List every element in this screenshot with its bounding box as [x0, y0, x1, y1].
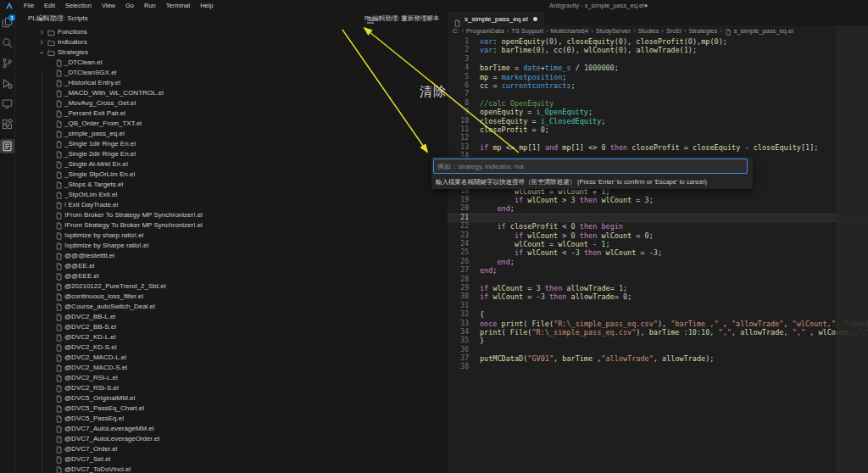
menu-file[interactable]: File: [19, 0, 39, 12]
tree-file-item[interactable]: _QB_Order_From_TXT.el: [15, 119, 448, 129]
chevron-right-icon[interactable]: [38, 29, 45, 36]
filter-keyword-input[interactable]: [433, 159, 748, 174]
breadcrumb-item[interactable]: ProgramData: [466, 25, 504, 37]
tree-file-item[interactable]: @DVC7_Order.el: [15, 444, 448, 454]
breadcrumb-item[interactable]: Multicharts64: [551, 25, 589, 37]
code-line[interactable]: 13if mp <> mp[1] and mp[1] <> 0 then clo…: [448, 143, 868, 152]
breadcrumb-item[interactable]: StudyServer: [596, 25, 631, 37]
code-line[interactable]: 7: [448, 90, 868, 98]
tree-file-item[interactable]: _MACD_With_WL_CONTROL.el: [15, 88, 448, 98]
tree-file-item[interactable]: @DVC2_KD-S.el: [15, 342, 448, 353]
menu-go[interactable]: Go: [120, 0, 139, 12]
tree-file-item[interactable]: @DVC2_RSI-S.el: [15, 383, 448, 393]
code-line[interactable]: 10closeEquity = i_ClosedEquity;: [448, 117, 868, 125]
refresh-scripts-label[interactable]: PL編輯助理: 重新整理腳本: [364, 12, 439, 25]
activity-item-pl-editor-assistant[interactable]: [0, 139, 14, 153]
tree-file-item[interactable]: @@EEE.el: [15, 271, 448, 281]
breadcrumb-item[interactable]: C:: [453, 25, 459, 37]
breadcrumb-item[interactable]: SrcEl: [666, 25, 682, 37]
tree-file-item[interactable]: @DVC5_PassEq_Chart.el: [15, 403, 448, 414]
code-line[interactable]: 5mp = marketposition;: [448, 73, 868, 81]
tree-file-item[interactable]: _StpOrLim Exit.el: [15, 190, 448, 200]
activity-item-extensions[interactable]: [2, 119, 13, 130]
tree-file-item[interactable]: @20210122_PureTrend_2_Std.el: [15, 281, 448, 292]
tree-file-item[interactable]: @DVC7_ToDoVinci.el: [15, 465, 448, 473]
modified-dot-icon[interactable]: [533, 17, 537, 21]
menu-run[interactable]: Run: [139, 0, 161, 12]
tree-file-item[interactable]: @DVC5_PassEq.el: [15, 414, 448, 424]
code-line[interactable]: 22 if closeProfit < 0 then begin: [448, 222, 868, 231]
code-line[interactable]: 19 if wlCount > 3 then wlCount = 3;: [448, 196, 868, 204]
minimap[interactable]: [836, 25, 868, 473]
code-line[interactable]: 23 if wlCount > 0 then wlCount = 0;: [448, 231, 868, 240]
tab-s-simple-pass-eq[interactable]: s_simple_pass_eq.el: [448, 12, 544, 25]
tree-file-item[interactable]: @DVC2_MACD-S.el: [15, 363, 448, 373]
tree-file-item[interactable]: @DVC2_BB-S.el: [15, 322, 448, 332]
tree-file-item[interactable]: _Single 2dir Rnge En.el: [15, 149, 448, 159]
tree-file-item[interactable]: _Single 1dir Rnge En.el: [15, 139, 448, 149]
tree-file-item[interactable]: @DVC2_KD-L.el: [15, 332, 448, 342]
activity-item-search[interactable]: [2, 37, 13, 48]
menu-view[interactable]: View: [97, 0, 120, 12]
code-line[interactable]: 35}: [448, 337, 868, 345]
tree-file-item[interactable]: !From Broker To Strategy MP Synchronizer…: [15, 210, 448, 220]
tree-file-item[interactable]: @DVC2_BB-L.el: [15, 312, 448, 322]
code-line[interactable]: 3: [448, 55, 868, 64]
code-line[interactable]: 33once print( File("R:\_simple_pass_eq.c…: [448, 320, 868, 328]
tree-file-item[interactable]: !optimize by sharp ratio!.el: [15, 231, 448, 241]
tree-folder-item[interactable]: Strategies: [15, 47, 448, 58]
tree-file-item[interactable]: _simple_pass_eq.el: [15, 129, 448, 139]
tree-file-item[interactable]: @DVC2_RSI-L.el: [15, 373, 448, 383]
tree-file-item[interactable]: @DVC7_AutoLeverageMM.el: [15, 424, 448, 434]
code-line[interactable]: 6cc = currentcontracts;: [448, 81, 868, 90]
activity-item-run-debug[interactable]: [2, 78, 13, 89]
code-line[interactable]: 21: [448, 214, 868, 222]
code-line[interactable]: 25 if wlCount < -3 then wlCount = -3;: [448, 248, 868, 257]
menu-help[interactable]: Help: [195, 0, 218, 12]
search-icon[interactable]: [349, 14, 359, 24]
code-line[interactable]: 30if wlCount = -3 then allowTrade= 0;: [448, 292, 868, 301]
code-line[interactable]: 37putMCDataD("GV01", barTime ,"allowTrad…: [448, 354, 868, 363]
tree-file-item[interactable]: _Stops & Targets.el: [15, 180, 448, 190]
tree-file-item[interactable]: _Historical Entry.el: [15, 78, 448, 88]
breadcrumb-item[interactable]: TS Support: [511, 25, 543, 37]
code-line[interactable]: 24 wlCount = wlCount - 1;: [448, 240, 868, 248]
tree-file-item[interactable]: @@@testetttt.el: [15, 251, 448, 261]
code-line[interactable]: 38: [448, 363, 868, 371]
tree-file-item[interactable]: @DVC7_Set.el: [15, 454, 448, 465]
tree-file-item[interactable]: @@EE.el: [15, 261, 448, 271]
breadcrumb-item[interactable]: Studies: [637, 25, 659, 37]
code-line[interactable]: 26 end;: [448, 258, 868, 266]
chevron-down-icon[interactable]: [38, 49, 45, 56]
tree-file-item[interactable]: @DVC2_MACD-L.el: [15, 353, 448, 363]
code-line[interactable]: 2var: barTime(0), cc(0), wlCount(0), all…: [448, 46, 868, 54]
tree-folder-item[interactable]: Indicators: [15, 37, 448, 47]
chevron-right-icon[interactable]: [38, 39, 45, 46]
breadcrumb-item[interactable]: Strategies: [688, 25, 717, 37]
code-line[interactable]: 27end;: [448, 266, 868, 275]
code-line[interactable]: 28: [448, 275, 868, 284]
code-line[interactable]: 31: [448, 302, 868, 310]
tree-file-item[interactable]: _Percent Exit Pair.el: [15, 109, 448, 119]
breadcrumb-item[interactable]: s_simple_pass_eq.el: [734, 25, 793, 37]
code-line[interactable]: 36: [448, 346, 868, 354]
code-line[interactable]: 12: [448, 134, 868, 142]
activity-item-source-control[interactable]: [2, 58, 13, 69]
tree-file-item[interactable]: @Course_autoSwitch_Deal.el: [15, 302, 448, 312]
menu-selection[interactable]: Selection: [60, 0, 97, 12]
tree-file-item[interactable]: _Single At-Mrkt En.el: [15, 159, 448, 170]
code-line[interactable]: 34print( File("R:\_simple_pass_eq.csv"),…: [448, 328, 868, 337]
tree-file-item[interactable]: !From Strategy To Broker MP Synchronizer…: [15, 220, 448, 231]
code-line[interactable]: 32{: [448, 310, 868, 319]
code-line[interactable]: 8//calc OpenEquity: [448, 99, 868, 108]
code-line[interactable]: 1var: openEquity(0), closeEquity(0), clo…: [448, 37, 868, 46]
tree-file-item[interactable]: _DTClean.el: [15, 58, 448, 68]
tree-file-item[interactable]: @DVC5_OriginalMM.el: [15, 393, 448, 403]
menu-terminal[interactable]: Terminal: [161, 0, 195, 12]
tree-file-item[interactable]: _MovAvg_Cross_Get.el: [15, 98, 448, 109]
tree-file-item[interactable]: _DTCleanSGX.el: [15, 68, 448, 78]
code-line[interactable]: 29if wlCount = 3 then allowTrade= 1;: [448, 284, 868, 292]
tree-file-item[interactable]: !optimize by Sharpe ratio!.el: [15, 241, 448, 251]
editor-code[interactable]: 1var: openEquity(0), closeEquity(0), clo…: [448, 37, 868, 473]
tree-file-item[interactable]: @continuous_loss_filter.el: [15, 292, 448, 302]
